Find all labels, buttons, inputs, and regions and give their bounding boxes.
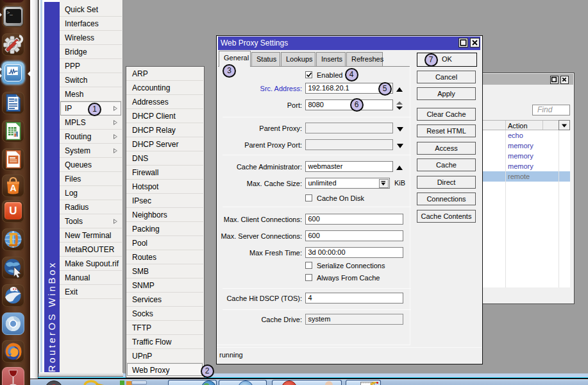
svg-text:A: A: [10, 183, 16, 193]
